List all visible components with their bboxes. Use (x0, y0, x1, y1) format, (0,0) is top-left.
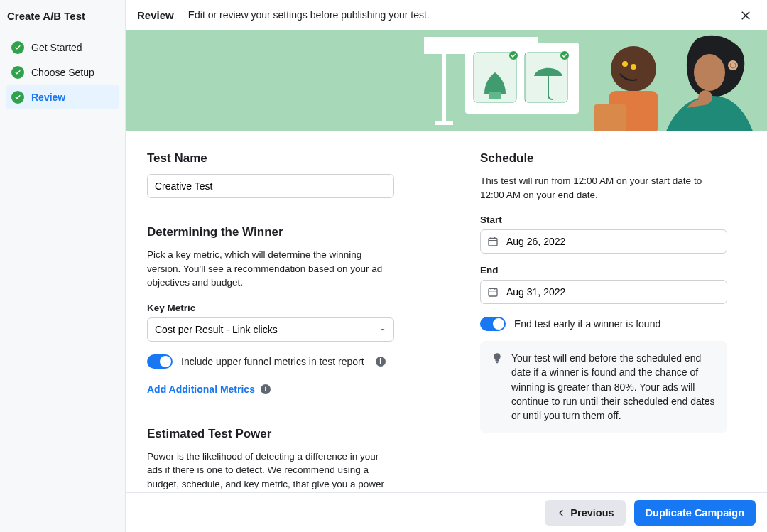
svg-point-12 (622, 61, 628, 67)
svg-rect-14 (594, 104, 626, 131)
previous-button[interactable]: Previous (545, 500, 625, 526)
calendar-icon (487, 286, 499, 298)
chevron-left-icon (556, 508, 566, 518)
svg-point-11 (631, 64, 636, 70)
header: Review Edit or review your settings befo… (126, 0, 767, 30)
key-metric-value[interactable] (147, 317, 394, 342)
step-label: Get Started (31, 42, 82, 53)
svg-point-18 (698, 90, 712, 104)
schedule-desc: This test will run from 12:00 AM on your… (480, 174, 727, 202)
close-icon (739, 9, 752, 21)
calendar-icon (487, 236, 499, 247)
duplicate-campaign-button[interactable]: Duplicate Campaign (634, 500, 756, 526)
end-early-toggle-row: End test early if a winner is found (480, 317, 727, 331)
content: Test Name Determining the Winner Pick a … (126, 131, 767, 492)
add-metrics-link[interactable]: Add Additional Metrics i (147, 384, 271, 395)
close-button[interactable] (736, 5, 756, 25)
column-divider (437, 151, 437, 435)
step-label: Choose Setup (31, 67, 94, 78)
info-icon[interactable]: i (261, 384, 271, 394)
upper-funnel-label: Include upper funnel metrics in test rep… (181, 356, 364, 367)
svg-rect-6 (489, 92, 501, 99)
sidebar-title: Create A/B Test (7, 10, 119, 22)
end-early-label: End test early if a winner is found (514, 318, 660, 330)
end-date-input[interactable] (480, 280, 727, 304)
step-get-started[interactable]: Get Started (6, 35, 119, 60)
schedule-title: Schedule (480, 151, 727, 165)
step-review[interactable]: Review (6, 85, 119, 109)
svg-point-16 (728, 60, 738, 70)
start-date-input[interactable] (480, 229, 727, 254)
end-early-toggle[interactable] (480, 317, 506, 331)
power-desc: Power is the likelihood of detecting a d… (147, 450, 394, 492)
svg-point-15 (694, 54, 725, 91)
check-icon (11, 66, 24, 79)
right-column: Schedule This test will run from 12:00 A… (480, 151, 727, 492)
sidebar: Create A/B Test Get Started Choose Setup… (0, 0, 126, 532)
step-label: Review (31, 92, 65, 103)
step-choose-setup[interactable]: Choose Setup (6, 60, 119, 85)
check-icon (11, 41, 24, 54)
start-date-value[interactable] (480, 229, 727, 254)
info-icon[interactable]: i (376, 357, 386, 367)
upper-funnel-toggle[interactable] (147, 354, 173, 369)
hero-illustration (126, 30, 767, 131)
upper-funnel-toggle-row: Include upper funnel metrics in test rep… (147, 354, 394, 369)
chevron-down-icon (379, 325, 387, 334)
svg-rect-19 (489, 238, 497, 246)
footer: Previous Duplicate Campaign (126, 492, 767, 532)
header-title: Review (137, 9, 174, 21)
test-name-input[interactable] (147, 174, 394, 198)
header-subtitle: Edit or review your settings before publ… (188, 9, 430, 21)
svg-rect-23 (489, 288, 497, 296)
main: Review Edit or review your settings befo… (126, 0, 767, 532)
svg-rect-9 (435, 121, 453, 125)
test-name-title: Test Name (147, 151, 394, 165)
schedule-info-box: Your test will end before the scheduled … (480, 341, 727, 433)
key-metric-dropdown[interactable] (147, 317, 394, 342)
determine-desc: Pick a key metric, which will determine … (147, 248, 394, 290)
duplicate-label: Duplicate Campaign (646, 507, 744, 519)
end-label: End (480, 265, 727, 276)
schedule-info-text: Your test will end before the scheduled … (511, 351, 716, 423)
key-metric-label: Key Metric (147, 303, 394, 313)
lightbulb-icon (491, 352, 503, 364)
end-date-value[interactable] (480, 280, 727, 304)
previous-label: Previous (570, 507, 614, 519)
start-label: Start (480, 215, 727, 225)
svg-rect-3 (525, 53, 567, 102)
determine-title: Determining the Winner (147, 225, 394, 239)
left-column: Test Name Determining the Winner Pick a … (147, 151, 394, 492)
power-title: Estimated Test Power (147, 427, 394, 441)
check-icon (11, 91, 24, 104)
svg-rect-8 (442, 54, 446, 121)
